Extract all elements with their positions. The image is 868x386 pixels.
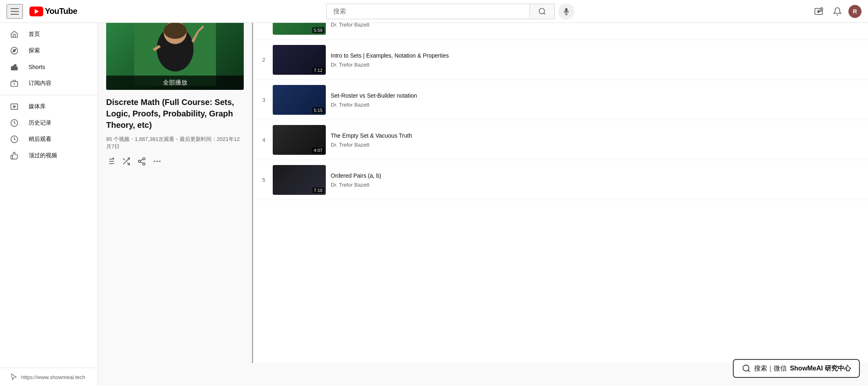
sidebar-label-watchlater: 稍后观看 [29,136,51,143]
video-info: The Empty Set & Vacuous Truth Dr. Trefor… [331,132,861,148]
create-button[interactable] [811,4,826,19]
svg-point-0 [539,8,545,13]
playlist-title: Discrete Math (Full Course: Sets, Logic,… [106,96,244,131]
sidebar-label-explore: 探索 [29,47,40,54]
sidebar-label-history: 历史记录 [29,119,51,127]
search-button[interactable] [530,4,554,19]
playlist-meta: 85 个视频・1,667,381次观看・最后更新时间：2021年12月7日 [106,136,244,150]
youtube-logo[interactable]: YouTube [29,7,77,16]
sidebar-item-history[interactable]: 历史记录 [0,115,98,131]
video-channel: Dr. Trefor Bazett [331,142,861,148]
sidebar-label-liked: 顶过的视频 [29,152,57,159]
video-item-2[interactable]: 2 7:12 Intro to Sets | Examples, Notatio… [253,40,868,80]
explore-icon [10,47,19,55]
notifications-button[interactable] [830,4,845,19]
header-right: R [796,4,861,19]
home-icon [10,30,19,38]
video-thumbnail: 7:12 [273,45,326,75]
sidebar-item-subscriptions[interactable]: 订阅内容 [0,75,98,91]
video-title: Set-Roster vs Set-Builder notation [331,92,861,100]
yt-logo-text: YouTube [45,7,77,16]
share-icon [137,157,146,166]
video-num: 3 [260,97,268,103]
mic-icon [563,8,570,15]
shuffle-icon [122,157,131,166]
video-num: 4 [260,137,268,143]
video-thumbnail: 7:10 [273,165,326,195]
video-channel: Dr. Trefor Bazett [331,182,861,188]
sidebar-label-shorts: Shorts [29,64,45,70]
shuffle-button[interactable] [122,157,131,166]
sidebar-item-watchlater[interactable]: 稍后观看 [0,131,98,147]
svg-line-36 [140,162,143,163]
video-duration: 5:59 [312,27,324,33]
video-duration: 5:15 [312,107,324,113]
search-input[interactable] [327,4,530,18]
search-icon [538,7,546,16]
svg-point-21 [164,22,187,39]
svg-line-32 [123,158,125,161]
search-bar [326,4,555,19]
sidebar-item-home[interactable]: 首页 [0,26,98,42]
svg-point-34 [138,160,141,163]
play-overlay[interactable]: 全部播放 [106,76,244,90]
video-channel: Dr. Trefor Bazett [331,62,861,68]
watchlater-icon [10,135,19,143]
svg-point-40 [159,161,161,162]
shorts-icon [10,63,19,71]
svg-point-35 [143,163,145,165]
video-info: Intro to Sets | Examples, Notation & Pro… [331,52,861,68]
svg-line-37 [140,159,143,161]
header-left: YouTube [7,4,105,19]
svg-marker-5 [818,10,820,13]
sidebar-item-liked[interactable]: 顶过的视频 [0,147,98,164]
sidebar: 首页 探索 Shorts 订阅内容 [0,23,98,363]
avatar[interactable]: R [848,5,861,18]
video-info: Set-Roster vs Set-Builder notation Dr. T… [331,92,861,108]
liked-icon [10,152,19,160]
sidebar-label-subscriptions: 订阅内容 [29,80,51,87]
video-title: Ordered Pairs (a, b) [331,172,861,180]
add-queue-button[interactable] [106,157,115,166]
video-num: 2 [260,57,268,63]
video-list: 1 5:59 Intro to Discrete Math - Welcome … [253,0,868,363]
video-item-3[interactable]: 3 5:15 Set-Roster vs Set-Builder notatio… [253,80,868,120]
person-illustration [134,12,216,86]
sidebar-item-shorts[interactable]: Shorts [0,59,98,75]
video-title: The Empty Set & Vacuous Truth [331,132,861,140]
history-icon [10,119,19,127]
showmeai-badge: 搜索｜微信 ShowMeAI 研究中心 [733,359,860,363]
svg-marker-10 [13,49,16,52]
svg-point-39 [156,161,158,162]
playlist-actions [106,157,244,166]
svg-line-1 [544,13,545,14]
svg-point-38 [154,161,156,162]
header: YouTube [0,0,868,23]
video-item-5[interactable]: 5 7:10 Ordered Pairs (a, b) Dr. Trefor B… [253,160,868,200]
share-button[interactable] [137,157,146,166]
video-info: Ordered Pairs (a, b) Dr. Trefor Bazett [331,172,861,188]
sidebar-label-home: 首页 [29,31,40,38]
mic-button[interactable] [558,3,574,20]
video-channel: Dr. Trefor Bazett [331,102,861,108]
menu-button[interactable] [7,4,23,19]
video-item-4[interactable]: 4 4:07 The Empty Set & Vacuous Truth Dr.… [253,120,868,160]
video-thumbnail: 4:07 [273,125,326,155]
library-icon [10,103,19,111]
add-queue-icon [106,157,115,166]
yt-logo-icon [29,7,43,16]
bell-icon [833,7,842,16]
video-thumbnail: 5:15 [273,85,326,115]
create-icon [814,7,823,16]
main-content: 1) Video Modules 全部播放 Discrete Math (Ful… [98,0,868,363]
sidebar-label-library: 媒体库 [29,103,46,110]
video-num: 5 [260,177,268,183]
subscriptions-icon [10,79,19,87]
svg-point-33 [143,158,145,160]
sidebar-item-library[interactable]: 媒体库 [0,98,98,115]
more-button[interactable] [153,157,162,166]
more-icon [153,157,162,166]
sidebar-item-explore[interactable]: 探索 [0,42,98,59]
header-center [105,3,796,20]
playlist-panel: 1) Video Modules 全部播放 Discrete Math (Ful… [98,0,253,363]
